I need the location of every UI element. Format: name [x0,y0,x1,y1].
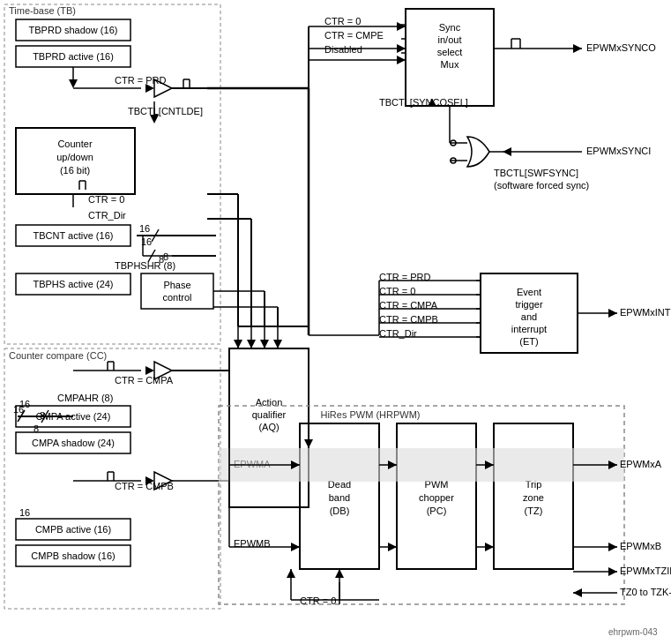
cmpb-shadow-label: CMPB shadow (16) [31,550,115,561]
counter-16bit-label: (16 bit) [60,165,90,176]
tbctl-cntlde-label: TBCTL[CNTLDE] [128,106,203,116]
ctr-cmpb-label: CTR = CMPB [115,481,174,491]
tbprd-shadow-label: TBPRD shadow (16) [29,25,118,35]
epwmxsynci-label: EPWMxSYNCI [586,146,651,156]
tz-label2: zone [523,492,544,503]
counter-updown-label: up/down [56,152,93,162]
et-label1: Event [517,287,541,297]
sync-mux-label1: Sync [439,22,461,33]
et-label3: and [521,311,537,322]
phase-control2-label: control [162,292,191,303]
ctr-0-label: CTR = 0 [88,194,124,205]
ctr-prd-label: CTR = PRD [115,75,166,86]
epwmxa-label: EPWMxA [620,459,662,469]
time-base-label: Time-base (TB) [9,5,76,16]
aq-label3: (AQ) [258,422,279,432]
epwmxint-label: EPWMxINT [620,307,671,318]
db-label3: (DB) [330,505,350,516]
cc-16-label: 16 [13,404,24,415]
swfsync-sub-label: (software forced sync) [494,180,589,191]
aq-label2: qualifier [252,409,287,420]
pc-label3: (PC) [427,505,447,516]
db-label2: band [329,492,350,503]
diagram-container: Time-base (TB) TBPRD shadow (16) TBPRD a… [0,0,671,644]
cmpa-shadow-label: CMPA shadow (24) [32,438,115,448]
et-label5: (ET) [519,336,538,347]
diagram-id-label: ehrpwm-043 [608,627,658,637]
tz-label3: (TZ) [525,505,543,516]
tbprd-active-label: TBPRD active (16) [33,51,114,62]
svg-rect-0 [0,0,671,644]
epwmxb-label: EPWMxB [620,541,661,551]
cmpb-active-label: CMPB active (16) [35,524,111,535]
sync-disabled-label: Disabled [324,44,362,55]
ctr-cmpa-tb-label: CTR = CMPA [115,375,174,386]
tbctl-swfsync-label: TBCTL[SWFSYNC] [494,168,578,178]
sync-mux-label2: in/out [438,34,462,45]
cc-8-label: 8 [34,423,39,434]
cmpahr-label: CMPAHR (8) [57,393,113,403]
tbphshr-label: TBPHSHR (8) [115,260,175,271]
tbcnt-active-label: TBCNT active (16) [34,230,114,241]
bus8-label: 8 [159,254,164,265]
tz0-tzk1-label: TZ0 to TZK-1 [620,587,671,597]
sync-mux-label4: Mux [441,59,459,70]
tbctl-syncosel-label: TBCTL[SYNCOSEL] [379,97,468,108]
et-label4: interrupt [511,324,547,334]
sync-mux-label3: select [437,47,463,57]
phase-control-label: Phase [163,280,190,290]
tbphs-active-label: TBPHS active (24) [33,279,113,289]
ctr0-bottom-label: CTR = 0 [300,595,336,606]
hrpwm-label: HiRes PWM (HRPWM) [320,409,420,420]
epwmxtzint-label: EPWMxTZINT [620,565,671,576]
epwmxsynco-label: EPWMxSYNCO [586,42,656,53]
sync-ctrcmpe-label: CTR = CMPE [324,30,384,41]
bit16-cmpb-label: 16 [19,507,30,518]
counter-compare-label: Counter compare (CC) [9,350,107,361]
bus16-label: 16 [139,223,150,234]
counter-label: Counter [57,139,92,149]
ctr-dir-label: CTR_Dir [88,210,126,221]
sync-ctr0-label: CTR = 0 [324,16,361,26]
et-label2: trigger [515,299,543,310]
pc-label2: chopper [419,492,454,503]
